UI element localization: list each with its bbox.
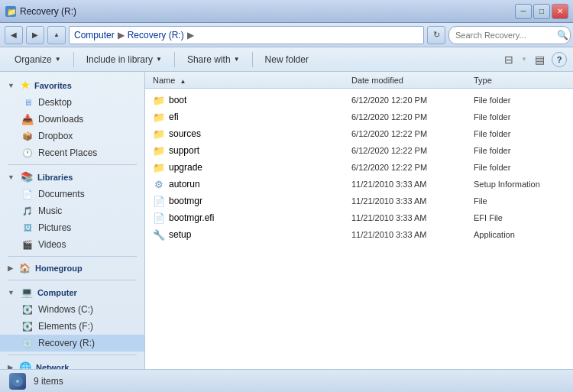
folder-icon-upgrade: 📁 — [153, 161, 165, 173]
file-icon-bootmgr: 📄 — [153, 195, 165, 207]
downloads-icon: 📥 — [21, 113, 34, 125]
search-input[interactable] — [448, 26, 571, 44]
minimize-button[interactable]: ─ — [515, 4, 532, 19]
file-row-upgrade[interactable]: 📁 upgrade 6/12/2020 12:22 PM File folder — [145, 159, 573, 176]
library-icon: 📚 — [21, 171, 33, 183]
music-icon: 🎵 — [21, 205, 34, 217]
main-content: ▼ ★ Favorites 🖥 Desktop 📥 Downloads 📦 Dr… — [0, 72, 573, 369]
sidebar-item-downloads[interactable]: 📥 Downloads — [0, 111, 144, 128]
window-controls: ─ □ ✕ — [515, 4, 568, 19]
file-type-efi: File folder — [474, 112, 573, 121]
file-name-sources: 📁 sources — [153, 128, 351, 140]
file-date-bootmgr-efi: 11/21/2010 3:33 AM — [351, 213, 474, 222]
new-folder-button[interactable]: New folder — [257, 50, 317, 70]
file-type-sources: File folder — [474, 129, 573, 138]
view-sep: ▼ — [521, 56, 527, 63]
include-library-button[interactable]: Include in library ▼ — [78, 50, 170, 70]
column-type-header[interactable]: Type — [474, 76, 573, 85]
sidebar-item-recent-places[interactable]: 🕐 Recent Places — [0, 144, 144, 161]
column-name-header[interactable]: Name ▲ — [153, 76, 351, 85]
organize-button[interactable]: Organize ▼ — [6, 50, 70, 70]
forward-button[interactable]: ▶ — [26, 26, 44, 44]
status-bar: 9 items — [0, 369, 573, 392]
computer-icon: 💻 — [21, 287, 33, 298]
file-name-boot: 📁 boot — [153, 94, 351, 106]
sidebar-header-network[interactable]: ▶ 🌐 Network — [0, 358, 144, 369]
status-item-count: 9 items — [34, 376, 63, 387]
search-icon: 🔍 — [557, 30, 568, 40]
file-date-setup: 11/21/2010 3:33 AM — [351, 230, 474, 239]
share-with-button[interactable]: Share with ▼ — [179, 50, 248, 70]
breadcrumb-computer[interactable]: Computer — [74, 30, 115, 40]
file-name-autorun: ⚙ autorun — [153, 178, 351, 190]
sidebar-item-documents[interactable]: 📄 Documents — [0, 186, 144, 202]
close-button[interactable]: ✕ — [552, 4, 568, 19]
sidebar-header-favorites[interactable]: ▼ ★ Favorites — [0, 76, 144, 94]
organize-chevron-icon: ▼ — [55, 56, 61, 63]
file-row-support[interactable]: 📁 support 6/12/2020 12:22 PM File folder — [145, 142, 573, 159]
file-row-setup[interactable]: 🔧 setup 11/21/2010 3:33 AM Application 1… — [145, 226, 573, 243]
svg-text:📁: 📁 — [7, 7, 17, 17]
file-row-autorun[interactable]: ⚙ autorun 11/21/2010 3:33 AM Setup Infor… — [145, 176, 573, 193]
file-type-autorun: Setup Information — [474, 180, 573, 189]
sidebar-item-recovery-r[interactable]: 💿 Recovery (R:) — [0, 335, 144, 352]
file-row-boot[interactable]: 📁 boot 6/12/2020 12:20 PM File folder — [145, 92, 573, 109]
sidebar-item-elements-f[interactable]: 💽 Elements (F:) — [0, 318, 144, 335]
column-date-header[interactable]: Date modified — [351, 76, 474, 85]
sidebar-header-libraries[interactable]: ▼ 📚 Libraries — [0, 168, 144, 186]
preview-pane-button[interactable]: ▤ — [529, 50, 549, 70]
file-row-efi[interactable]: 📁 efi 6/12/2020 12:20 PM File folder — [145, 109, 573, 125]
setup-icon-autorun: ⚙ — [153, 178, 165, 190]
sidebar-divider-1 — [8, 164, 137, 165]
file-row-bootmgr[interactable]: 📄 bootmgr 11/21/2010 3:33 AM File 375 KB — [145, 193, 573, 209]
file-row-sources[interactable]: 📁 sources 6/12/2020 12:22 PM File folder — [145, 125, 573, 142]
refresh-button[interactable]: ↻ — [427, 26, 445, 44]
file-type-boot: File folder — [474, 96, 573, 105]
sidebar-section-favorites: ▼ ★ Favorites 🖥 Desktop 📥 Downloads 📦 Dr… — [0, 76, 144, 161]
maximize-button[interactable]: □ — [533, 4, 550, 19]
svg-point-3 — [16, 380, 19, 383]
toolbar-separator-2 — [174, 52, 175, 67]
star-icon: ★ — [21, 79, 30, 91]
help-button[interactable]: ? — [552, 52, 567, 67]
up-button[interactable]: ▲ — [47, 26, 66, 44]
toolbar-separator-3 — [252, 52, 253, 67]
sidebar-item-videos[interactable]: 🎬 Videos — [0, 236, 144, 253]
breadcrumb: Computer ▶ Recovery (R:) ▶ — [69, 26, 424, 44]
file-icon-bootmgr-efi: 📄 — [153, 212, 165, 224]
sidebar-item-dropbox[interactable]: 📦 Dropbox — [0, 128, 144, 144]
sidebar-header-computer[interactable]: ▼ 💻 Computer — [0, 283, 144, 301]
sidebar-section-homegroup: ▶ 🏠 Homegroup — [0, 260, 144, 277]
toolbar-separator-1 — [73, 52, 74, 67]
videos-icon: 🎬 — [21, 238, 34, 251]
sidebar-item-windows-c[interactable]: 💽 Windows (C:) — [0, 301, 144, 318]
app-icon-setup: 🔧 — [153, 228, 165, 241]
sidebar-section-network: ▶ 🌐 Network — [0, 358, 144, 369]
breadcrumb-sep2: ▶ — [187, 30, 194, 40]
sidebar-divider-4 — [8, 355, 137, 355]
recent-places-icon: 🕐 — [21, 147, 34, 159]
file-row-bootmgr-efi[interactable]: 📄 bootmgr.efi 11/21/2010 3:33 AM EFI Fil… — [145, 209, 573, 226]
sidebar-item-desktop[interactable]: 🖥 Desktop — [0, 94, 144, 111]
change-view-button[interactable]: ⊟ — [499, 50, 519, 70]
file-name-support: 📁 support — [153, 144, 351, 157]
sidebar-section-libraries: ▼ 📚 Libraries 📄 Documents 🎵 Music 🖼 Pict… — [0, 168, 144, 253]
breadcrumb-recovery[interactable]: Recovery (R:) — [128, 30, 184, 40]
network-chevron-icon: ▶ — [8, 364, 13, 370]
sidebar-section-computer: ▼ 💻 Computer 💽 Windows (C:) 💽 Elements (… — [0, 283, 144, 352]
desktop-icon: 🖥 — [21, 96, 34, 109]
folder-icon-boot: 📁 — [153, 94, 165, 106]
sidebar-item-pictures[interactable]: 🖼 Pictures — [0, 219, 144, 236]
title-bar-left: 📁 Recovery (R:) — [5, 5, 76, 18]
file-date-boot: 6/12/2020 12:20 PM — [351, 96, 474, 105]
file-list-area: Name ▲ Date modified Type Size 📁 boot 6/… — [145, 72, 573, 369]
file-date-efi: 6/12/2020 12:20 PM — [351, 112, 474, 121]
file-date-support: 6/12/2020 12:22 PM — [351, 146, 474, 155]
column-headers: Name ▲ Date modified Type Size — [145, 72, 573, 89]
back-button[interactable]: ◀ — [5, 26, 23, 44]
sidebar-divider-2 — [8, 256, 137, 257]
window-icon: 📁 — [5, 5, 17, 18]
file-name-efi: 📁 efi — [153, 111, 351, 123]
sidebar-item-music[interactable]: 🎵 Music — [0, 202, 144, 219]
sidebar-header-homegroup[interactable]: ▶ 🏠 Homegroup — [0, 260, 144, 277]
